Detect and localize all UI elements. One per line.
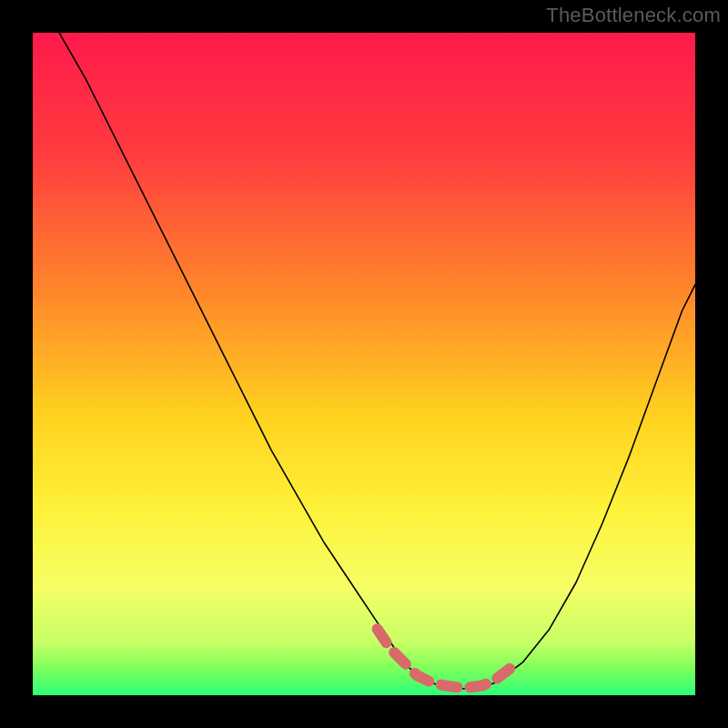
plot-area [33, 33, 695, 695]
bottleneck-chart [33, 33, 695, 695]
gradient-background [33, 33, 695, 695]
chart-frame: TheBottleneck.com [0, 0, 728, 728]
watermark-label: TheBottleneck.com [546, 4, 721, 27]
